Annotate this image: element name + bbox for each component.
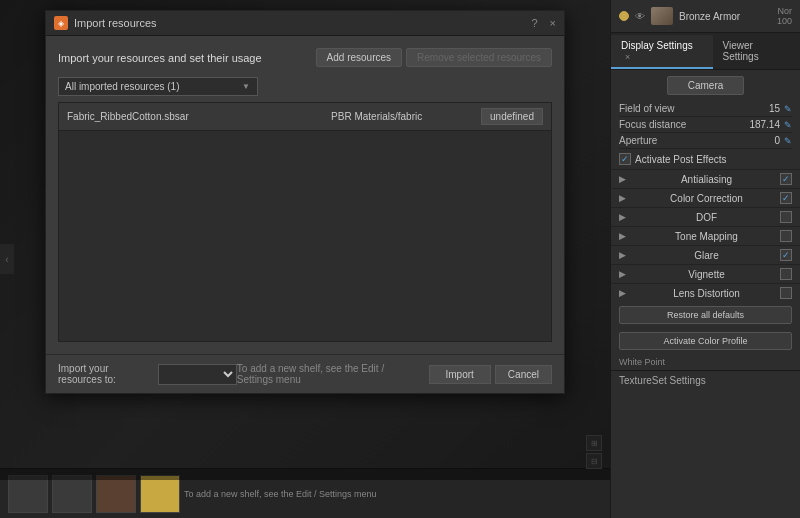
panel-eye-icon[interactable]: 👁: [635, 11, 645, 22]
panel-radio[interactable]: [619, 11, 629, 21]
filter-select[interactable]: All imported resources (1): [58, 77, 258, 96]
aperture-row: Aperture 0 ✎: [619, 133, 792, 149]
right-panel: 👁 Bronze Armor Nor 100 Display Settings …: [610, 0, 800, 518]
effect-label-glare: Glare: [633, 250, 780, 261]
resource-usage-button[interactable]: undefined: [481, 108, 543, 125]
strip-thumb-3: [96, 475, 136, 513]
dialog-header-row: Import your resources and set their usag…: [58, 48, 552, 67]
strip-thumb-4: [140, 475, 180, 513]
filter-row: All imported resources (1) ▼: [58, 77, 552, 96]
field-of-view-row: Field of view 15 ✎: [619, 101, 792, 117]
resource-name: Fabric_RibbedCotton.sbsar: [67, 111, 331, 122]
resource-row[interactable]: Fabric_RibbedCotton.sbsar PBR Materials/…: [59, 103, 551, 131]
field-of-view-edit-icon[interactable]: ✎: [784, 104, 792, 114]
panel-asset-name: Bronze Armor: [679, 11, 771, 22]
dialog-help-btn[interactable]: ?: [531, 17, 537, 29]
focus-distance-label: Focus distance: [619, 119, 749, 130]
effect-row-antialiasing[interactable]: ▶ Antialiasing: [611, 169, 800, 188]
effect-arrow-icon-glare: ▶: [619, 250, 629, 260]
effect-checkbox-dof[interactable]: [780, 211, 792, 223]
dialog-titlebar: ◈ Import resources ? ×: [46, 11, 564, 36]
dialog-body: Import your resources and set their usag…: [46, 36, 564, 354]
aperture-label: Aperture: [619, 135, 774, 146]
field-of-view-value: 15: [769, 103, 780, 114]
effect-checkbox-antialiasing[interactable]: [780, 173, 792, 185]
resource-path: PBR Materials/fabric: [331, 111, 481, 122]
texture-set-settings-label: TextureSet Settings: [611, 370, 800, 390]
aperture-edit-icon[interactable]: ✎: [784, 136, 792, 146]
effect-arrow-icon-cc: ▶: [619, 193, 629, 203]
effects-list: ▶ Antialiasing ▶ Color Correction ▶ DOF …: [611, 169, 800, 302]
effect-checkbox-tone-mapping[interactable]: [780, 230, 792, 242]
effect-label-tone-mapping: Tone Mapping: [633, 231, 780, 242]
effect-arrow-icon-ld: ▶: [619, 288, 629, 298]
white-point-label: White Point: [611, 354, 800, 370]
strip-label: To add a new shelf, see the Edit / Setti…: [184, 489, 602, 499]
tab-close-icon[interactable]: ×: [625, 52, 630, 62]
effect-label-vignette: Vignette: [633, 269, 780, 280]
dialog-icon: ◈: [54, 16, 68, 30]
activate-post-effects-row[interactable]: Activate Post Effects: [611, 149, 800, 169]
panel-asset-thumbnail: [651, 7, 673, 25]
dialog-header-title: Import your resources and set their usag…: [58, 52, 316, 64]
effect-arrow-icon: ▶: [619, 174, 629, 184]
focus-distance-edit-icon[interactable]: ✎: [784, 120, 792, 130]
restore-defaults-button[interactable]: Restore all defaults: [619, 306, 792, 324]
import-dialog: ◈ Import resources ? × Import your resou…: [45, 10, 565, 394]
effect-checkbox-color-correction[interactable]: [780, 192, 792, 204]
aperture-value: 0: [774, 135, 780, 146]
add-resources-button[interactable]: Add resources: [316, 48, 402, 67]
effect-checkbox-lens-distortion[interactable]: [780, 287, 792, 299]
panel-tabs: Display Settings × Viewer Settings: [611, 33, 800, 70]
import-to-label: Import your resources to:: [58, 363, 152, 385]
effect-checkbox-vignette[interactable]: [780, 268, 792, 280]
focus-distance-value: 187.14: [749, 119, 780, 130]
activate-post-effects-checkbox[interactable]: [619, 153, 631, 165]
effect-row-dof[interactable]: ▶ DOF: [611, 207, 800, 226]
field-of-view-label: Field of view: [619, 103, 769, 114]
dialog-close-btn[interactable]: ×: [550, 17, 556, 29]
remove-resources-button[interactable]: Remove selected resources: [406, 48, 552, 67]
dialog-footer: Import your resources to: To add a new s…: [46, 354, 564, 393]
activate-post-effects-label: Activate Post Effects: [635, 154, 727, 165]
camera-section: Camera: [611, 70, 800, 101]
effect-row-glare[interactable]: ▶ Glare: [611, 245, 800, 264]
effect-label-lens-distortion: Lens Distortion: [633, 288, 780, 299]
settings-section: Field of view 15 ✎ Focus distance 187.14…: [611, 101, 800, 149]
focus-distance-row: Focus distance 187.14 ✎: [619, 117, 792, 133]
effect-row-lens-distortion[interactable]: ▶ Lens Distortion: [611, 283, 800, 302]
dialog-title: Import resources: [74, 17, 525, 29]
effect-label-dof: DOF: [633, 212, 780, 223]
import-to-select[interactable]: [158, 364, 237, 385]
effect-label-antialiasing: Antialiasing: [633, 174, 780, 185]
footer-tip: To add a new shelf, see the Edit / Setti…: [237, 363, 419, 385]
effect-arrow-icon-tm: ▶: [619, 231, 629, 241]
resource-list: Fabric_RibbedCotton.sbsar PBR Materials/…: [58, 102, 552, 342]
strip-thumb-1: [8, 475, 48, 513]
effect-checkbox-glare[interactable]: [780, 249, 792, 261]
camera-button[interactable]: Camera: [667, 76, 745, 95]
import-button[interactable]: Import: [429, 365, 491, 384]
tab-display-settings[interactable]: Display Settings ×: [611, 35, 713, 69]
effect-row-color-correction[interactable]: ▶ Color Correction: [611, 188, 800, 207]
tab-viewer-settings[interactable]: Viewer Settings: [713, 35, 800, 69]
modal-overlay: ◈ Import resources ? × Import your resou…: [0, 0, 610, 480]
effect-label-color-correction: Color Correction: [633, 193, 780, 204]
effect-row-tone-mapping[interactable]: ▶ Tone Mapping: [611, 226, 800, 245]
effect-arrow-icon-vignette: ▶: [619, 269, 629, 279]
cancel-button[interactable]: Cancel: [495, 365, 552, 384]
panel-top-info: Nor 100: [777, 6, 792, 26]
effect-arrow-icon-dof: ▶: [619, 212, 629, 222]
activate-color-profile-button[interactable]: Activate Color Profile: [619, 332, 792, 350]
strip-thumb-2: [52, 475, 92, 513]
effect-row-vignette[interactable]: ▶ Vignette: [611, 264, 800, 283]
panel-top: 👁 Bronze Armor Nor 100: [611, 0, 800, 33]
